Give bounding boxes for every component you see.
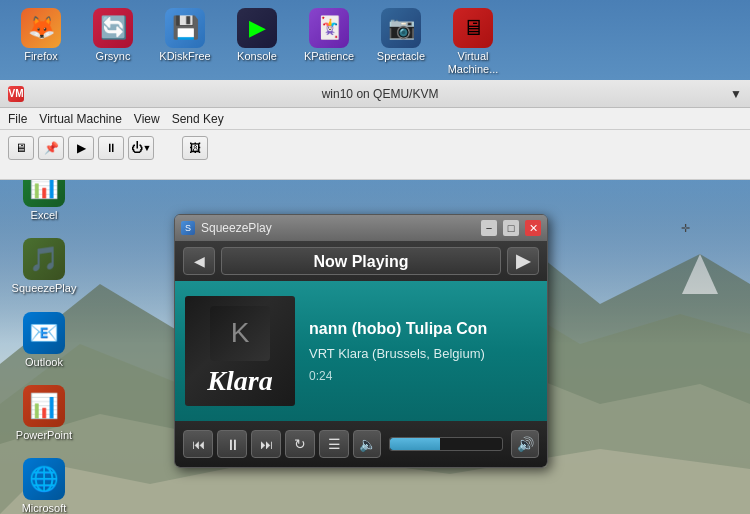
desktop-icon-edge[interactable]: 🌐 Microsoft Edge [8,454,80,514]
desktop-icon-outlook[interactable]: 📧 Outlook [8,308,80,373]
sp-close-button[interactable]: ✕ [525,220,541,236]
desktop-icon-firefox[interactable]: 🦊 Firefox [6,4,76,80]
desktop-icon-konsole[interactable]: ▶ Konsole [222,4,292,80]
vm-tool-pause[interactable]: ⏸ [98,136,124,160]
sp-playlist-button[interactable]: ☰ [319,430,349,458]
cursor-indicator: ✛ [681,222,690,235]
sp-now-playing-label: Now Playing [221,247,501,275]
top-icons-row: 🦊 Firefox 🔄 Grsync 💾 KDiskFree ▶ Konsole… [0,0,750,84]
sp-album-art: K Klara [185,296,295,406]
desktop-icon-spectacle[interactable]: 📷 Spectacle [366,4,436,80]
sp-pause-button[interactable]: ⏸ [217,430,247,458]
sp-station-name: VRT Klara (Brussels, Belgium) [309,346,537,361]
sp-volume-up-button[interactable]: 🔊 [511,430,539,458]
vm-tool-power[interactable]: ⏻▼ [128,136,154,160]
menu-virtual-machine[interactable]: Virtual Machine [39,112,122,126]
vm-tool-play[interactable]: ▶ [68,136,94,160]
desktop-icon-kpatience[interactable]: 🃏 KPatience [294,4,364,80]
vm-window-title: win10 on QEMU/KVM [30,87,730,101]
sp-rewind-button[interactable]: ⏮ [183,430,213,458]
vm-tool-monitor[interactable]: 🖥 [8,136,34,160]
desktop-icon-powerpoint[interactable]: 📊 PowerPoint [8,381,80,446]
sp-navbar: ◀ Now Playing ▶ [175,241,547,281]
desktop-icon-kdiskfree[interactable]: 💾 KDiskFree [150,4,220,80]
desktop-icon-grsync[interactable]: 🔄 Grsync [78,4,148,80]
menu-file[interactable]: File [8,112,27,126]
sp-maximize-button[interactable]: □ [503,220,519,236]
vm-tool-screenshot[interactable]: 🖼 [182,136,208,160]
desktop-icon-vm[interactable]: 🖥 Virtual Machine... [438,4,508,80]
squeezeplay-window: S SqueezePlay − □ ✕ ◀ Now Playing ▶ K Kl… [174,214,548,468]
desktop: 🦊 Firefox 🔄 Grsync 💾 KDiskFree ▶ Konsole… [0,0,750,514]
sp-progress-bar[interactable] [389,437,503,451]
sp-minimize-button[interactable]: − [481,220,497,236]
sp-app-icon: S [181,221,195,235]
svg-marker-6 [682,254,718,294]
sp-volume-down-button[interactable]: 🔈 [353,430,381,458]
sp-titlebar: S SqueezePlay − □ ✕ [175,215,547,241]
sp-controls-bar: ⏮ ⏸ ⏭ ↻ ☰ 🔈 🔊 [175,421,547,467]
menu-view[interactable]: View [134,112,160,126]
sp-progress-fill [390,438,440,450]
vm-manager-window: VM win10 on QEMU/KVM ▼ File Virtual Mach… [0,80,750,180]
desktop-icon-squeezeplay[interactable]: 🎵 SqueezePlay [8,234,80,299]
vm-dropdown-button[interactable]: ▼ [730,87,742,101]
vm-tool-bookmark[interactable]: 📌 [38,136,64,160]
sp-content-area: K Klara nann (hobo) Tulipa Con VRT Klara… [175,281,547,421]
sp-klara-logo-text: Klara [207,365,272,397]
sp-track-info: nann (hobo) Tulipa Con VRT Klara (Brusse… [309,320,537,383]
menu-send-key[interactable]: Send Key [172,112,224,126]
sp-fast-forward-button[interactable]: ⏭ [251,430,281,458]
vm-toolbar: 🖥 📌 ▶ ⏸ ⏻▼ 🖼 ✛ [0,130,750,166]
sp-track-name: nann (hobo) Tulipa Con [309,320,537,338]
vm-titlebar: VM win10 on QEMU/KVM ▼ [0,80,750,108]
sp-elapsed-time: 0:24 [309,369,537,383]
vm-menubar: File Virtual Machine View Send Key [0,108,750,130]
sp-window-title: SqueezePlay [201,221,475,235]
sp-add-button[interactable]: ▶ [507,247,539,275]
vm-app-icon: VM [8,86,24,102]
sp-back-button[interactable]: ◀ [183,247,215,275]
sp-repeat-button[interactable]: ↻ [285,430,315,458]
